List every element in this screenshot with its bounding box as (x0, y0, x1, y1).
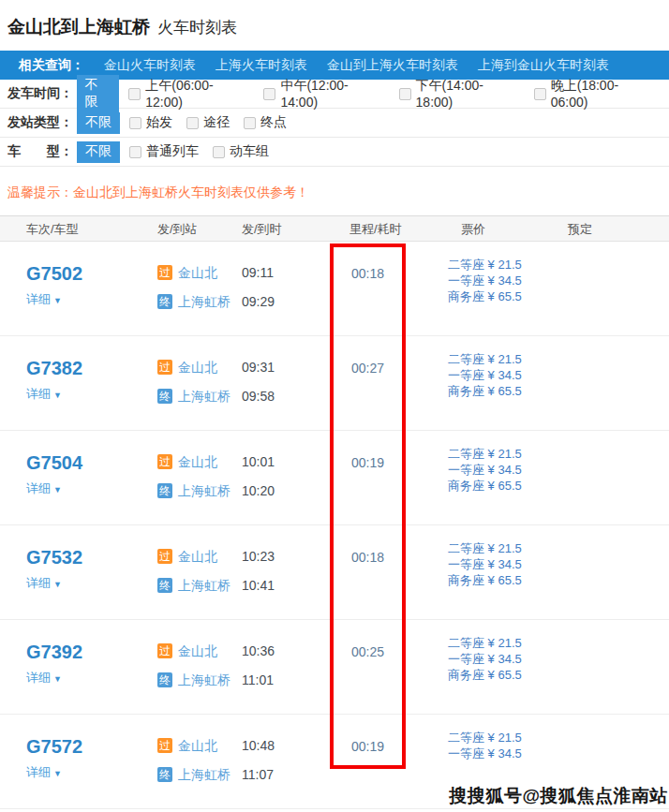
terminal-badge: 终 (157, 389, 172, 404)
price-second-class: 二等座 ¥ 21.5 (448, 635, 568, 651)
option-label: 终点 (260, 114, 287, 131)
checkbox-icon[interactable] (129, 146, 141, 158)
page-subtitle: 火车时刻表 (157, 19, 237, 37)
reserve-cell (568, 242, 669, 335)
terminal-badge: 终 (157, 578, 172, 593)
terminal-badge: 终 (157, 672, 172, 687)
price-first-class: 一等座 ¥ 34.5 (448, 462, 568, 478)
detail-toggle[interactable]: 详细▼ (26, 291, 157, 308)
train-number-link[interactable]: G7382 (26, 357, 157, 379)
departure-time: 09:31 (242, 359, 349, 376)
to-station-link[interactable]: 上海虹桥 (178, 672, 230, 687)
detail-toggle[interactable]: 详细▼ (26, 386, 157, 403)
price-first-class: 一等座 ¥ 34.5 (448, 746, 568, 761)
detail-toggle[interactable]: 详细▼ (26, 575, 157, 592)
from-station-link[interactable]: 金山北 (178, 643, 217, 658)
price-first-class: 一等座 ¥ 34.5 (448, 367, 568, 383)
train-number-link[interactable]: G7572 (26, 735, 157, 758)
from-station-link[interactable]: 金山北 (178, 265, 217, 280)
checkbox-icon[interactable] (263, 88, 275, 100)
arrival-time: 09:58 (242, 388, 349, 405)
from-station-link[interactable]: 金山北 (178, 738, 217, 753)
option-ordinary-train[interactable]: 普通列车 (129, 143, 199, 160)
train-number-link[interactable]: G7502 (26, 262, 157, 285)
price-second-class: 二等座 ¥ 21.5 (448, 446, 568, 462)
option-noon[interactable]: 中午(12:00-14:00) (263, 78, 384, 110)
pass-badge: 过 (157, 643, 172, 658)
to-station-link[interactable]: 上海虹桥 (178, 483, 230, 498)
caret-down-icon: ▼ (53, 296, 62, 305)
from-station-link[interactable]: 金山北 (178, 360, 217, 375)
to-station-link[interactable]: 上海虹桥 (178, 294, 230, 309)
option-label: 动车组 (230, 143, 269, 160)
option-label: 晚上(18:00-06:00) (551, 78, 655, 110)
related-link-shanghai-to-jinshan[interactable]: 上海到金山火车时刻表 (478, 57, 609, 74)
checkbox-icon[interactable] (128, 88, 141, 100)
reserve-cell (568, 336, 669, 430)
checkbox-icon[interactable] (213, 146, 225, 158)
pass-badge: 过 (157, 738, 172, 753)
duration-value: 00:27 (351, 361, 448, 376)
duration-value: 00:18 (351, 550, 448, 565)
terminal-badge: 终 (157, 294, 172, 309)
option-evening[interactable]: 晚上(18:00-06:00) (534, 78, 655, 110)
option-via[interactable]: 途径 (186, 114, 230, 131)
train-number-link[interactable]: G7392 (26, 641, 157, 663)
checkbox-icon[interactable] (399, 88, 411, 100)
filter-station-type: 发站类型： 不限 始发 途径 终点 (0, 109, 669, 138)
train-row: G7504 详细▼ 过金山北 终上海虹桥 10:01 10:20 00:19 二… (0, 431, 669, 525)
pass-badge: 过 (157, 360, 172, 375)
to-station-link[interactable]: 上海虹桥 (178, 767, 230, 782)
unlimited-button[interactable]: 不限 (77, 141, 120, 163)
detail-toggle[interactable]: 详细▼ (26, 764, 157, 781)
option-morning[interactable]: 上午(06:00-12:00) (128, 78, 249, 110)
unlimited-button[interactable]: 不限 (77, 112, 120, 134)
price-second-class: 二等座 ¥ 21.5 (448, 730, 568, 746)
detail-label: 详细 (26, 765, 51, 779)
price-second-class: 二等座 ¥ 21.5 (448, 257, 568, 273)
checkbox-icon[interactable] (129, 117, 141, 129)
header-reserve: 预定 (568, 216, 669, 241)
option-terminus[interactable]: 终点 (244, 114, 287, 131)
price-business-class: 商务座 ¥ 65.5 (448, 383, 568, 399)
option-afternoon[interactable]: 下午(14:00-18:00) (399, 78, 520, 110)
table-header: 车次/车型 发/到站 发/到时 里程/耗时 票价 预定 (0, 215, 669, 242)
price-first-class: 一等座 ¥ 34.5 (448, 273, 568, 288)
arrival-time: 11:07 (242, 766, 349, 783)
caret-down-icon: ▼ (53, 485, 62, 495)
option-label: 下午(14:00-18:00) (416, 78, 520, 110)
checkbox-icon[interactable] (534, 88, 546, 100)
departure-time: 10:36 (242, 642, 349, 659)
from-station-link[interactable]: 金山北 (178, 549, 217, 564)
price-business-class: 商务座 ¥ 65.5 (448, 288, 568, 304)
detail-label: 详细 (26, 671, 51, 685)
train-number-link[interactable]: G7504 (26, 451, 157, 474)
terminal-badge: 终 (157, 483, 172, 498)
departure-time: 10:01 (242, 453, 349, 470)
caret-down-icon: ▼ (53, 769, 62, 778)
detail-toggle[interactable]: 详细▼ (26, 670, 157, 687)
price-business-class: 商务座 ¥ 65.5 (448, 667, 568, 683)
related-link-shanghai[interactable]: 上海火车时刻表 (216, 57, 307, 74)
option-emu-train[interactable]: 动车组 (213, 143, 269, 160)
option-origin[interactable]: 始发 (129, 114, 172, 131)
filter-label: 发站类型： (7, 114, 77, 131)
checkbox-icon[interactable] (186, 117, 199, 129)
option-label: 上午(06:00-12:00) (145, 78, 249, 110)
price-business-class: 商务座 ¥ 65.5 (448, 572, 568, 588)
duration-value: 00:25 (351, 644, 448, 659)
header-price: 票价 (448, 216, 568, 241)
from-station-link[interactable]: 金山北 (178, 454, 217, 469)
reserve-cell (568, 431, 669, 524)
related-link-jinshan[interactable]: 金山火车时刻表 (104, 57, 196, 74)
to-station-link[interactable]: 上海虹桥 (178, 578, 230, 593)
related-link-jinshan-to-shanghai[interactable]: 金山到上海火车时刻表 (327, 57, 458, 74)
checkbox-icon[interactable] (244, 117, 256, 129)
pass-badge: 过 (157, 454, 172, 469)
price-second-class: 二等座 ¥ 21.5 (448, 540, 568, 556)
to-station-link[interactable]: 上海虹桥 (178, 389, 230, 404)
pass-badge: 过 (157, 265, 172, 280)
train-number-link[interactable]: G7532 (26, 546, 157, 568)
unlimited-button[interactable]: 不限 (77, 75, 120, 113)
detail-toggle[interactable]: 详细▼ (26, 480, 157, 497)
